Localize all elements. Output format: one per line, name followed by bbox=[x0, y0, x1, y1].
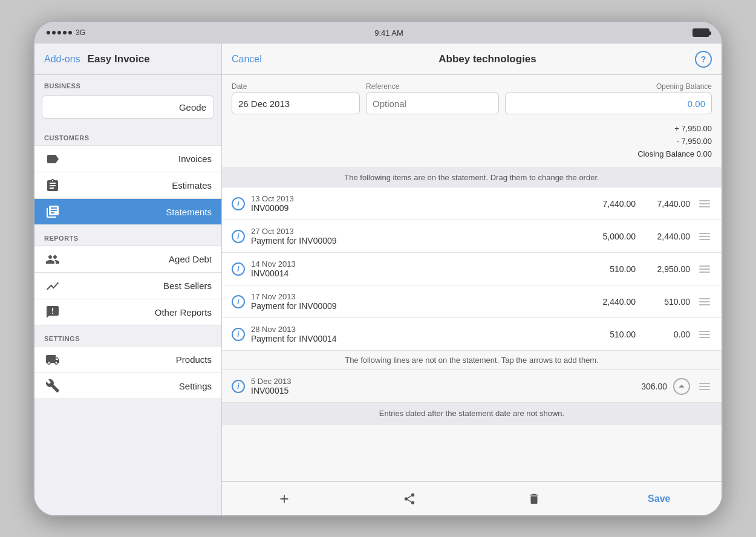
share-button[interactable] bbox=[391, 486, 428, 512]
row-ref-2: Payment for INV00009 bbox=[251, 236, 581, 246]
truck-icon bbox=[44, 351, 61, 368]
drag-handle-1[interactable] bbox=[697, 200, 712, 207]
total-plus: + 7,950.00 bbox=[674, 123, 712, 135]
balance-label: Opening Balance bbox=[505, 82, 712, 91]
drag-handle-3[interactable] bbox=[697, 265, 712, 273]
tag-icon bbox=[44, 151, 61, 168]
form-row-1: Date Reference Opening Balance bbox=[232, 82, 712, 114]
info-icon-6[interactable]: i bbox=[232, 380, 245, 393]
drag-handle-5[interactable] bbox=[697, 331, 712, 338]
best-sellers-label: Best Sellers bbox=[163, 281, 212, 291]
chart-icon bbox=[44, 278, 61, 295]
sidebar-item-best-sellers[interactable]: Best Sellers bbox=[34, 272, 221, 299]
sidebar-item-aged-debt[interactable]: Aged Debt bbox=[34, 246, 221, 272]
row-desc-6: 5 Dec 2013 INV00015 bbox=[251, 377, 613, 395]
row-balance-3: 2,950.00 bbox=[636, 264, 690, 274]
sidebar-item-products[interactable]: Products bbox=[34, 346, 221, 373]
settings-section-label: SETTINGS bbox=[34, 328, 221, 346]
total-minus: - 7,950.00 bbox=[676, 135, 712, 148]
row-ref-4: Payment for INV00009 bbox=[251, 301, 581, 311]
customers-section-label: CUSTOMERS bbox=[34, 127, 221, 145]
panel-title: Abbey technologies bbox=[280, 53, 695, 65]
battery-icon bbox=[692, 28, 709, 37]
main-content: Add-ons Easy Invoice BUSINESS Geode CUST… bbox=[34, 44, 722, 515]
settings-label: Settings bbox=[179, 381, 212, 391]
signal-dots bbox=[47, 31, 72, 34]
row-desc-1: 13 Oct 2013 INV00009 bbox=[251, 194, 581, 213]
sidebar-item-other-reports[interactable]: Other Reports bbox=[34, 299, 221, 325]
row-amount-6: 306.00 bbox=[613, 382, 667, 391]
on-statement-header: The following items are on the statement… bbox=[222, 168, 722, 187]
footer-note: Entries dated after the statement date a… bbox=[222, 403, 722, 425]
toolbar: Save bbox=[222, 481, 722, 515]
row-amount-1: 7,440.00 bbox=[581, 199, 636, 209]
stack-icon bbox=[44, 203, 61, 220]
drag-handle-6 bbox=[697, 383, 712, 390]
network-label: 3G bbox=[76, 28, 85, 37]
info-icon-1[interactable]: i bbox=[232, 197, 245, 210]
row-amount-5: 510.00 bbox=[581, 330, 636, 339]
row-desc-2: 27 Oct 2013 Payment for INV00009 bbox=[251, 227, 581, 246]
save-button[interactable]: Save bbox=[641, 486, 677, 512]
right-header: Cancel Abbey technologies ? bbox=[222, 44, 722, 75]
sidebar-item-settings[interactable]: Settings bbox=[34, 373, 221, 399]
drag-handle-4[interactable] bbox=[697, 298, 712, 305]
row-balance-5: 0.00 bbox=[636, 330, 690, 339]
tablet-frame: 3G 9:41 AM Add-ons Easy Invoice BUSINESS… bbox=[33, 21, 723, 516]
table-row: i 5 Dec 2013 INV00015 306.00 bbox=[222, 370, 722, 403]
row-desc-4: 17 Nov 2013 Payment for INV00009 bbox=[251, 292, 581, 311]
info-icon-4[interactable]: i bbox=[232, 295, 245, 308]
cancel-button[interactable]: Cancel bbox=[232, 54, 280, 65]
delete-button[interactable] bbox=[516, 486, 552, 512]
business-field[interactable]: Geode bbox=[42, 96, 214, 119]
row-desc-3: 14 Nov 2013 INV00014 bbox=[251, 259, 581, 278]
date-input[interactable] bbox=[232, 93, 360, 114]
other-reports-label: Other Reports bbox=[155, 307, 212, 317]
business-section-label: BUSINESS bbox=[34, 75, 221, 93]
business-value: Geode bbox=[179, 102, 206, 112]
reference-input[interactable] bbox=[366, 93, 499, 114]
row-ref-6: INV00015 bbox=[251, 386, 613, 395]
tools-icon bbox=[44, 377, 61, 394]
help-button[interactable]: ? bbox=[695, 51, 712, 68]
row-ref-1: INV00009 bbox=[251, 203, 581, 213]
statements-label: Statements bbox=[166, 207, 212, 217]
row-date-1: 13 Oct 2013 bbox=[251, 194, 581, 203]
statement-area: The following items are on the statement… bbox=[222, 168, 722, 481]
sidebar-item-statements[interactable]: Statements bbox=[34, 198, 221, 225]
invoices-label: Invoices bbox=[178, 154, 212, 164]
row-date-3: 14 Nov 2013 bbox=[251, 259, 581, 268]
row-balance-2: 2,440.00 bbox=[636, 232, 690, 241]
row-amount-2: 5,000.00 bbox=[581, 232, 636, 241]
info-icon-5[interactable]: i bbox=[232, 328, 245, 341]
info-icon-3[interactable]: i bbox=[232, 262, 245, 276]
status-right bbox=[692, 28, 709, 37]
people-icon bbox=[44, 251, 61, 268]
time-label: 9:41 AM bbox=[374, 28, 403, 37]
info-icon-2[interactable]: i bbox=[232, 230, 245, 243]
sidebar-item-estimates[interactable]: Estimates bbox=[34, 172, 221, 198]
status-left: 3G bbox=[47, 28, 85, 37]
add-button[interactable] bbox=[266, 486, 302, 512]
app-title: Easy Invoice bbox=[88, 53, 150, 65]
reference-label: Reference bbox=[366, 82, 499, 91]
row-ref-5: Payment for INV00014 bbox=[251, 334, 581, 343]
table-row: i 27 Oct 2013 Payment for INV00009 5,000… bbox=[222, 220, 722, 253]
drag-handle-2[interactable] bbox=[697, 233, 712, 240]
row-date-5: 28 Nov 2013 bbox=[251, 325, 581, 334]
table-row: i 17 Nov 2013 Payment for INV00009 2,440… bbox=[222, 285, 722, 318]
balance-input[interactable] bbox=[505, 93, 712, 114]
date-field: Date bbox=[232, 82, 360, 114]
row-amount-4: 2,440.00 bbox=[581, 297, 636, 307]
reports-section: REPORTS Aged Debt Best Sellers bbox=[34, 227, 221, 325]
closing-balance: Closing Balance 0.00 bbox=[637, 148, 712, 161]
add-to-statement-button[interactable] bbox=[673, 378, 690, 395]
row-amount-3: 510.00 bbox=[581, 264, 636, 274]
estimates-label: Estimates bbox=[172, 180, 212, 190]
addons-link[interactable]: Add-ons bbox=[44, 54, 80, 65]
sidebar-item-invoices[interactable]: Invoices bbox=[34, 145, 221, 172]
report-icon bbox=[44, 304, 61, 321]
row-balance-4: 510.00 bbox=[636, 297, 690, 307]
row-date-2: 27 Oct 2013 bbox=[251, 227, 581, 236]
row-desc-5: 28 Nov 2013 Payment for INV00014 bbox=[251, 325, 581, 343]
